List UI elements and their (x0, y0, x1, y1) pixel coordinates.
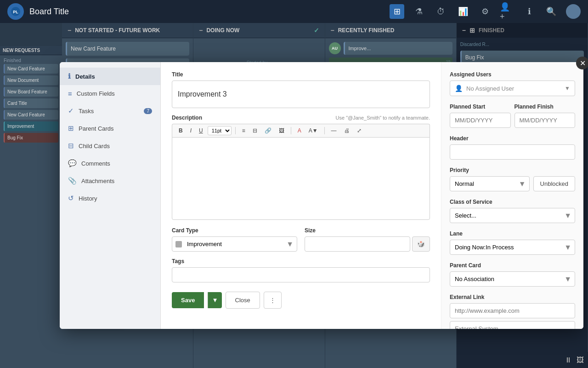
sidebar-item-custom-fields[interactable]: ≡ Custom Fields (60, 85, 160, 102)
collapse-icon[interactable]: − (68, 27, 71, 34)
lane-select[interactable]: Doing Now:In Process (450, 240, 575, 255)
assigned-users-label: Assigned Users (450, 71, 575, 78)
svg-text:PL: PL (13, 10, 18, 14)
class-of-service-select[interactable]: Select... (450, 208, 575, 223)
sidebar-item-parent-cards[interactable]: ⊞ Parent Cards (60, 120, 160, 137)
highlight-button[interactable]: A▼ (306, 126, 321, 135)
sidebar-item-label: Attachments (81, 178, 114, 184)
parent-card-select[interactable]: No Association (450, 271, 575, 287)
separator (235, 127, 236, 134)
list-item[interactable]: Improvement (4, 121, 58, 131)
search-icon[interactable]: 🔍 (544, 4, 559, 19)
image-button[interactable]: 🖼 (276, 126, 287, 135)
save-dropdown-button[interactable]: ▼ (208, 292, 221, 308)
separator (291, 127, 291, 134)
font-color-button[interactable]: A (295, 126, 304, 135)
font-size-select[interactable]: 11pt (208, 126, 232, 135)
header-input[interactable] (450, 144, 575, 160)
external-link-url-input[interactable] (450, 303, 575, 318)
attachments-icon: 📎 (68, 177, 77, 185)
grid-icon[interactable]: ⊞ (469, 27, 475, 34)
nav-icons: ⊞ ⚗ ⏱ 📊 ⚙ 👤+ ℹ 🔍 (390, 4, 581, 19)
list-item[interactable]: Card Title (4, 98, 58, 108)
size-input[interactable] (305, 236, 410, 252)
sidebar-item-details[interactable]: ℹ Details (60, 68, 160, 85)
link-button[interactable]: 🔗 (262, 126, 274, 135)
close-button[interactable]: Close (226, 292, 260, 309)
external-link-label: External Link (450, 294, 575, 300)
finished-label: Discarded R... (460, 42, 584, 47)
tags-label: Tags (172, 258, 430, 264)
sidebar-item-comments[interactable]: 💬 Comments (60, 155, 160, 172)
chart-icon[interactable]: 📊 (456, 4, 470, 19)
time-icon[interactable]: ⏱ (434, 4, 448, 19)
list-item[interactable]: New Document (4, 75, 58, 85)
bullet-list-button[interactable]: ≡ (239, 126, 248, 135)
class-of-service-wrap: Select... ▼ (450, 208, 575, 223)
settings-icon[interactable]: ⚙ (478, 4, 492, 19)
sidebar-item-history[interactable]: ↺ History (60, 190, 160, 207)
planned-start-input[interactable] (450, 113, 511, 128)
underline-button[interactable]: U (196, 126, 206, 135)
user-avatar[interactable] (566, 4, 581, 19)
title-input[interactable] (172, 80, 430, 108)
bold-button[interactable]: B (176, 126, 186, 135)
collapse-icon[interactable]: − (199, 27, 203, 34)
description-hint: Use "@Jane_Smith" to notify a teammate. (336, 115, 430, 121)
pause-icon[interactable]: ⏸ (565, 356, 572, 364)
list-item[interactable]: New Card Feature (4, 110, 58, 120)
sidebar-item-label: Details (75, 73, 95, 80)
numbered-list-button[interactable]: ⊟ (250, 126, 260, 135)
list-item[interactable]: New Card Feature (4, 64, 58, 74)
info-icon[interactable]: ℹ (522, 4, 537, 19)
filter-icon[interactable]: ⚗ (412, 4, 426, 19)
modal-right-panel: Assigned Users 👤 No Assigned User ▼ Plan… (441, 62, 583, 329)
board-card[interactable]: Improve... (344, 42, 452, 55)
planned-start-label: Planned Start (450, 104, 511, 110)
board-title: Board Title (29, 7, 384, 17)
history-icon: ↺ (68, 194, 74, 202)
dropdown-arrow-icon: ▼ (565, 85, 570, 92)
planned-start-group: Planned Start (450, 104, 511, 128)
italic-button[interactable]: I (187, 126, 194, 135)
image-icon[interactable]: 🖼 (577, 356, 584, 364)
size-label: Size (305, 227, 430, 234)
column-header-recently-finished: − RECENTLY FINISHED (325, 23, 456, 38)
fullscreen-button[interactable]: ⤢ (354, 126, 364, 135)
list-item[interactable]: New Board Feature (4, 87, 58, 97)
title-label: Title (172, 71, 430, 78)
column-title: NOT STARTED - FUTURE WORK (75, 27, 187, 34)
left-lane: New Requests Finished New Card Feature N… (0, 46, 62, 368)
sidebar-item-child-cards[interactable]: ⊟ Child Cards (60, 137, 160, 155)
print-button[interactable]: 🖨 (341, 126, 352, 135)
board-view-icon[interactable]: ⊞ (390, 4, 404, 19)
card-type-select[interactable]: Improvement (172, 236, 297, 252)
external-link-system-input[interactable] (450, 321, 575, 329)
planned-finish-input[interactable] (514, 113, 576, 128)
save-button[interactable]: Save (172, 292, 204, 308)
priority-select[interactable]: Normal Critical High Low (450, 176, 530, 191)
sidebar-item-attachments[interactable]: 📎 Attachments (60, 172, 160, 190)
divider-button[interactable]: — (328, 126, 339, 135)
tags-input[interactable] (172, 267, 430, 282)
sidebar-item-label: Child Cards (79, 143, 110, 150)
collapse-icon[interactable]: − (462, 27, 466, 34)
more-options-button[interactable]: ⋮ (264, 292, 282, 309)
description-label: Description (172, 115, 202, 121)
assigned-users-field[interactable]: 👤 No Assigned User ▼ (450, 80, 575, 96)
collapse-icon[interactable]: − (331, 27, 334, 34)
sidebar-item-tasks[interactable]: ✓ Tasks 7 (60, 102, 160, 120)
description-editor[interactable] (172, 137, 430, 220)
planned-finish-group: Planned Finish (514, 104, 576, 128)
size-field: 🎲 (305, 236, 430, 252)
description-section: Description Use "@Jane_Smith" to notify … (172, 115, 430, 220)
size-dice-button[interactable]: 🎲 (412, 236, 430, 252)
blocked-toggle-button[interactable]: Unblocked (533, 176, 575, 191)
check-icon: ✓ (314, 27, 319, 34)
sidebar-item-label: Tasks (79, 108, 94, 115)
board-card[interactable]: New Card Feature (66, 42, 189, 56)
add-user-icon[interactable]: 👤+ (500, 4, 514, 19)
list-item[interactable]: Bug Fix (4, 133, 58, 143)
modal-close-button[interactable]: ✕ (576, 57, 588, 69)
app-logo[interactable]: PL (7, 3, 24, 20)
